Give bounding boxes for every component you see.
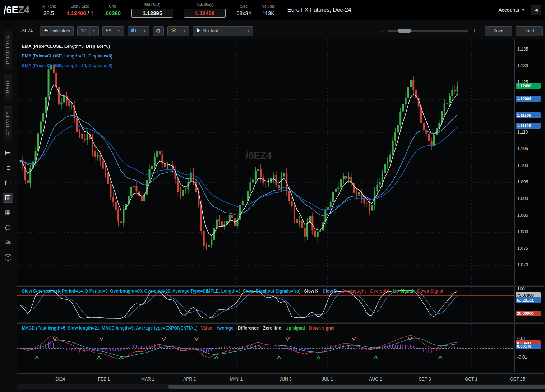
chart-settings-button[interactable]: ⚙ xyxy=(153,26,164,36)
macd-legend-1: Average xyxy=(217,326,234,331)
study-label-2[interactable]: EMA (Price=CLOSE, Length=34, Displace=0) xyxy=(22,61,112,71)
stochastic-panel: Slow Stochastic (K Period=14, D Period=9… xyxy=(17,287,514,322)
range-dropdown[interactable]: 5Y ▼ xyxy=(102,26,124,36)
price-axis-tick: 1.105 xyxy=(517,146,528,151)
price-chart-canvas[interactable] xyxy=(17,39,514,285)
bid-label: Bid (Sell) xyxy=(144,3,161,7)
range-value: 5Y xyxy=(106,28,111,33)
price-axis-tick: 1.080 xyxy=(517,229,528,234)
symbol-month: Z4 xyxy=(18,5,30,16)
macd-axis-tick: -0.01 xyxy=(517,355,527,360)
time-axis-label: JUN 3 xyxy=(275,377,296,382)
collapse-panel-button[interactable]: ◀ xyxy=(531,5,541,15)
price-axis-tick: 1.135 xyxy=(517,47,528,52)
stochastic-legend-0: Slow K xyxy=(304,289,318,294)
zoom-slider-thumb[interactable] xyxy=(398,29,411,33)
calendar-icon[interactable] xyxy=(3,178,13,187)
chevron-down-icon: ▼ xyxy=(244,27,250,36)
zoom-slider[interactable] xyxy=(387,30,468,32)
indicators-icon xyxy=(43,28,49,34)
sidebar-tab-activity[interactable]: ACTIVITY xyxy=(4,106,12,140)
bid-button[interactable]: 1.12395 xyxy=(131,9,173,18)
indicators-button[interactable]: Indicators xyxy=(40,26,74,36)
chart-icon[interactable] xyxy=(3,193,13,203)
chart-toolbar: /6EZ4 Indicators 1D ▼ 5Y ▼ ▼ ⚙ ▼ xyxy=(18,25,543,37)
stochastic-legend-3: Oversold xyxy=(370,289,389,294)
drawing-sets-dropdown[interactable]: ▼ xyxy=(167,26,189,36)
chart-style-dropdown[interactable]: ▼ xyxy=(128,26,149,36)
ask-group: Ask (Buy) 1.12400 xyxy=(184,3,226,18)
ema-value-badge: 1.11195 xyxy=(516,123,541,129)
macd-legend-0: Value xyxy=(201,326,212,331)
chevron-down-icon: ▼ xyxy=(180,27,186,36)
time-axis-label: MAR 1 xyxy=(137,377,158,382)
chevron-down-icon: ▼ xyxy=(522,8,525,12)
price-axis[interactable]: 1.1351.1301.1251.1201.1151.1101.1051.100… xyxy=(514,39,544,285)
macd-canvas[interactable] xyxy=(17,324,514,372)
zoom-control: - + xyxy=(381,27,476,34)
last-price: 1.12400 xyxy=(66,10,86,16)
horizontal-scrollbar[interactable] xyxy=(17,384,545,389)
left-sidebar: POSITIONSTRADEACTIVITY ? xyxy=(0,20,16,392)
last-size-group: Last / Size 1.12400 / 1 xyxy=(66,4,93,16)
scrollbar-thumb[interactable] xyxy=(168,385,545,389)
stochastic-title[interactable]: Slow Stochastic (K Period=14, D Period=9… xyxy=(22,289,300,294)
price-axis-tick: 1.075 xyxy=(517,246,528,251)
time-axis: 2024FEB 1MAR 1APR 2MAY 1JUN 3JUL 1AUG 1S… xyxy=(17,374,545,384)
last-size-label: Last / Size xyxy=(71,4,89,8)
layers-icon xyxy=(171,28,177,34)
save-button[interactable]: Save xyxy=(485,26,512,36)
indicators-label: Indicators xyxy=(51,28,70,33)
cursor-icon xyxy=(197,28,201,34)
header-bar: /6EZ4 IV Rank 38.5 Last / Size 1.12400 /… xyxy=(0,0,545,20)
timeframe-dropdown[interactable]: 1D ▼ xyxy=(77,26,99,36)
study-label-0[interactable]: EMA (Price=CLOSE, Length=5, Displace=0) xyxy=(22,42,112,51)
watchlist-icon[interactable] xyxy=(3,163,13,173)
clock-icon[interactable] xyxy=(3,223,13,232)
time-axis-label: 2024 xyxy=(49,377,71,382)
news-panel-icon[interactable] xyxy=(3,149,13,158)
sidebar-tabs: POSITIONSTRADEACTIVITY xyxy=(0,20,16,140)
study-label-1[interactable]: EMA (Price=CLOSE, Length=21, Displace=0) xyxy=(22,51,112,61)
stochastic-axis: 10079.8788063.2813120.00000 xyxy=(514,287,544,322)
dashboard-grid-icon[interactable] xyxy=(3,208,13,218)
symbol-root: /6E xyxy=(4,5,18,16)
sidebar-tab-positions[interactable]: POSITIONS xyxy=(4,31,12,69)
people-icon[interactable] xyxy=(3,238,13,247)
price-axis-tick: 1.070 xyxy=(517,262,528,267)
macd-axis: 0.01-0.010.005010.00148 xyxy=(514,324,544,372)
tool-value: No Tool xyxy=(203,28,241,33)
price-axis-tick: 1.110 xyxy=(517,130,528,135)
time-axis-label: APR 2 xyxy=(179,377,200,382)
time-axis-label: OCT 25 xyxy=(507,377,528,382)
macd-title[interactable]: MACD (Fast length=5, Slow length=21, MAC… xyxy=(22,326,198,331)
stochastic-header: Slow Stochastic (K Period=14, D Period=9… xyxy=(22,289,514,294)
zoom-out-button[interactable]: - xyxy=(381,27,383,34)
macd-value-badge: 0.00148 xyxy=(516,344,541,349)
ask-price: 1.12400 xyxy=(195,10,214,16)
bid-group: Bid (Sell) 1.12395 xyxy=(131,3,173,18)
accounts-menu[interactable]: Accounts ▼ xyxy=(498,7,525,13)
time-axis-label: JUL 1 xyxy=(317,377,338,382)
help-icon[interactable]: ? xyxy=(3,252,13,262)
zoom-in-button[interactable]: + xyxy=(472,27,476,34)
sidebar-tab-trade[interactable]: TRADE xyxy=(4,74,12,101)
last-price-badge: 1.12400 xyxy=(516,83,541,89)
iv-rank-value: 38.5 xyxy=(43,10,54,16)
chevron-down-icon: ▼ xyxy=(115,27,120,36)
size-value: 68x34 xyxy=(236,10,251,16)
price-axis-tick: 1.095 xyxy=(517,179,528,185)
chg-label: Chg xyxy=(109,4,116,8)
chevron-down-icon: ▼ xyxy=(89,27,95,36)
price-axis-tick: 1.130 xyxy=(517,63,528,68)
ask-button[interactable]: 1.12400 xyxy=(184,9,226,18)
study-legend: EMA (Price=CLOSE, Length=5, Displace=0)E… xyxy=(22,42,112,71)
tool-dropdown[interactable]: No Tool ▼ xyxy=(193,26,253,36)
load-button[interactable]: Load xyxy=(516,26,543,36)
iv-rank-label: IV Rank xyxy=(42,4,56,8)
trading-platform: /6EZ4 IV Rank 38.5 Last / Size 1.12400 /… xyxy=(0,0,545,392)
gear-icon: ⚙ xyxy=(156,28,161,34)
stochastic-legend-5: Down Signal xyxy=(417,289,443,294)
iv-rank-group: IV Rank 38.5 xyxy=(42,4,56,16)
macd-legend-5: Down signal xyxy=(309,326,335,331)
